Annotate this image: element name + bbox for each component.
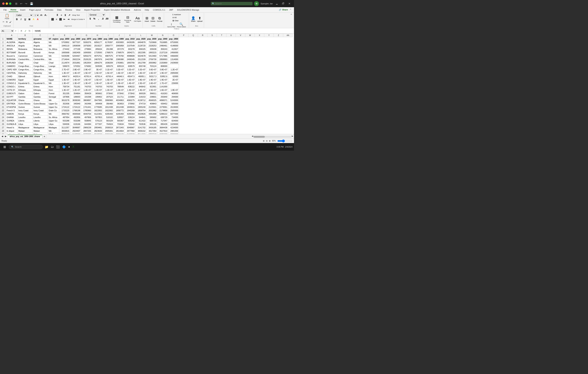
underline-button[interactable]: U [23,17,27,21]
cell[interactable]: 5204467 [70,54,81,58]
col-header-y[interactable]: Y [264,34,274,37]
cell[interactable]: Egypt [48,78,59,82]
autosum-button[interactable]: Σ AutoSum [172,13,181,16]
cell[interactable]: Upper Gu [48,105,59,109]
cell[interactable]: 365662 [92,92,103,95]
cell[interactable]: GUINEA-B [6,122,18,126]
cell[interactable]: 808000 [157,64,168,68]
cell[interactable]: 2019227 [92,44,103,47]
cell[interactable]: 2706730 [147,58,157,61]
cell[interactable]: pop_1900 [114,37,125,41]
currency-btn[interactable]: $ [88,17,92,21]
formula-input[interactable] [34,29,293,32]
cell[interactable]: 1.5E+07 [103,78,114,82]
cell[interactable]: Gambia [33,95,48,98]
cell[interactable]: So. Africa [48,116,59,119]
increase-decimal-btn[interactable]: .00 [105,17,109,21]
cell[interactable]: Egypt [18,78,33,82]
cell[interactable]: 1912789 [136,61,146,64]
insert-button[interactable]: ⊞ Insert [144,16,149,22]
cell[interactable]: EQUATOR [6,98,18,102]
cell[interactable]: pop_1890 [103,37,114,41]
cell[interactable]: Lesotho [33,116,48,119]
cell[interactable]: pop_1870 [81,37,92,41]
tab-view[interactable]: View [74,8,82,12]
cell[interactable]: 4975751 [92,54,103,58]
cell[interactable]: Liberia [18,119,33,122]
cell[interactable]: 518102 [103,116,114,119]
cell[interactable]: 2155869 [157,61,168,64]
cell[interactable]: 4148000 [168,44,179,47]
cell[interactable]: ETHIOPIA [6,105,18,109]
cell[interactable]: 4420826 [136,112,146,116]
cell[interactable]: 1.5E+07 [147,88,157,92]
cell[interactable]: 507853 [92,116,103,119]
confirm-formula-btn[interactable]: ✓ [24,29,27,32]
close-btn[interactable]: ✕ [287,2,292,5]
cell[interactable]: 1.3E+07 [103,82,114,85]
cell[interactable]: 255840 [157,95,168,98]
cell[interactable]: Central African Rep [18,58,33,61]
cell[interactable]: pop_1950 [168,37,179,41]
cell[interactable]: Ivory Coast [33,109,48,112]
cell[interactable]: 7616885 [157,41,168,44]
cell[interactable]: 593599 [92,64,103,68]
taskbar-store[interactable]: 🔷 [61,144,67,150]
cell[interactable]: 704924 [103,122,114,126]
cell[interactable]: Malawi [18,129,33,133]
col-header-b[interactable]: B [18,34,33,37]
cell[interactable]: NA [48,71,59,75]
cell[interactable]: 755942 [125,122,136,126]
cell[interactable]: 5429288 [59,54,70,58]
tab-help[interactable]: Help [143,8,151,12]
cell[interactable]: 611422 [136,119,146,122]
cell[interactable]: 4778760 [114,54,125,58]
cell[interactable]: Djibouti [33,75,48,78]
cell[interactable]: 2429000 [168,61,179,64]
cell[interactable]: 497806 [81,116,92,119]
align-bottom-btn[interactable]: ⊻ [63,13,67,17]
cell[interactable]: 3810278 [59,98,70,102]
cell[interactable]: 2755748 [147,133,157,134]
cell[interactable]: 3.8E+07 [157,68,168,71]
redo-icon[interactable]: ↪ [25,2,27,5]
cell[interactable]: 1.7E+07 [157,82,168,85]
cell[interactable]: 44203.4 [70,75,81,78]
cell[interactable]: 44647.9 [59,75,70,78]
cell[interactable]: 199402 [92,95,103,98]
cell[interactable]: 1.3E+07 [59,71,70,75]
cell[interactable]: COTE D'I [6,88,18,92]
cell[interactable]: 469000 [168,92,179,95]
cell[interactable]: Senegal [48,95,59,98]
cell[interactable]: 3048987 [125,126,136,129]
cell[interactable]: 43763.4 [103,75,114,78]
cell[interactable]: 207523 [103,95,114,98]
cell[interactable]: 2805001 [103,129,114,133]
cell[interactable] [168,64,179,68]
cell[interactable]: Burundi [18,51,33,54]
taskbar-folder[interactable]: 🗂 [50,144,54,150]
cell[interactable]: 6494878 [136,41,146,44]
col-header-f[interactable]: F [70,34,81,37]
cell[interactable]: 4034863 [114,98,125,102]
cell[interactable]: Madagascar [18,126,33,129]
cell[interactable]: Congo-Brazzaville [18,64,33,68]
cell[interactable]: 5936376 [81,41,92,44]
cell[interactable]: 4234000 [168,126,179,129]
paste-button[interactable]: 📋 Paste [4,13,10,20]
conditional-formatting-button[interactable]: ▦ Conditional Formatting [112,15,122,23]
cell[interactable]: 1.6E+07 [125,78,136,82]
cell[interactable]: 4290364 [125,112,136,116]
cell[interactable]: 238601 [147,95,157,98]
cell[interactable]: Madagas [48,126,59,129]
col-header-r[interactable]: R [198,34,207,37]
cell[interactable]: 3960782 [59,112,70,116]
cell[interactable]: BURKINA [6,58,18,61]
cell[interactable]: 294000 [168,95,179,98]
cell[interactable]: Liberia [33,119,48,122]
cell[interactable]: 2349580 [92,133,103,134]
cell[interactable]: Angola [18,44,33,47]
taskbar-search[interactable]: 🔍 Search [9,145,43,149]
cell[interactable]: ST_region [48,37,59,41]
col-header-z[interactable]: Z [274,34,283,37]
